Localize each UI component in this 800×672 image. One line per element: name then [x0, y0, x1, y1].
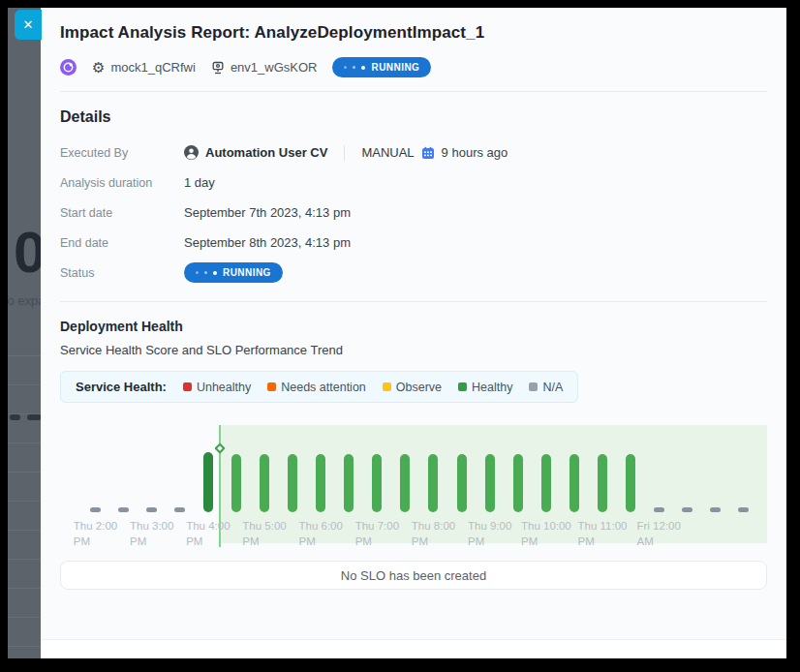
x-tick-label: Thu 2:00 PM [74, 519, 117, 549]
health-bar-healthy [569, 454, 579, 512]
page-title: Impact Analysis Report: AnalyzeDeploymen… [41, 8, 786, 43]
na-swatch-icon [529, 382, 538, 391]
x-tick-label: Thu 7:00 PM [355, 519, 399, 549]
legend-item-needs-attention: Needs attention [267, 381, 366, 394]
calendar-icon [421, 146, 435, 160]
chart-slot [616, 419, 644, 512]
deployment-health-subtitle: Service Health Score and SLO Performance… [60, 343, 767, 357]
chart-slot [363, 419, 391, 512]
legend-item-observe: Observe [383, 381, 442, 394]
x-axis-labels: Thu 2:00 PMThu 3:00 PMThu 4:00 PMThu 5:0… [60, 512, 767, 547]
running-dots-icon [344, 66, 347, 69]
close-icon: ✕ [23, 17, 34, 32]
health-bar-healthy [203, 452, 213, 512]
chart-slot [250, 419, 278, 512]
analysis-duration-value: 1 day [184, 175, 215, 190]
close-button[interactable]: ✕ [15, 10, 42, 40]
legend-item-na: N/A [529, 381, 563, 394]
needs-attention-swatch-icon [267, 382, 276, 391]
status-badge: RUNNING [332, 57, 431, 77]
chart-slot [81, 419, 109, 512]
chart-slot [166, 419, 194, 512]
background-metric-number: 0 [14, 219, 44, 286]
x-tick-label: Thu 9:00 PM [468, 519, 511, 549]
impact-analysis-icon [60, 59, 77, 76]
x-tick-label: Thu 4:00 PM [186, 519, 230, 549]
end-date-row: End date September 8th 2023, 4:13 pm [60, 228, 767, 258]
chart-slot [109, 419, 138, 512]
executed-by-user: Automation User CV [205, 145, 327, 160]
user-icon [184, 145, 199, 160]
chart-slot [194, 419, 222, 512]
deployment-health-chart: Thu 2:00 PMThu 3:00 PMThu 4:00 PMThu 5:0… [60, 419, 767, 547]
executed-by-row: Executed By Automation User CV MANUAL [60, 137, 767, 168]
slo-empty-state: No SLO has been created [60, 561, 767, 590]
chart-slot [504, 419, 532, 512]
impact-analysis-drawer: Impact Analysis Report: AnalyzeDeploymen… [41, 8, 786, 658]
chart-slot [673, 419, 701, 512]
health-bar-healthy [372, 454, 382, 512]
chart-slot [222, 419, 250, 512]
chart-slot [307, 419, 335, 512]
details-heading: Details [60, 108, 767, 126]
details-rows: Executed By Automation User CV MANUAL [60, 137, 767, 288]
health-bar-healthy [288, 454, 297, 512]
chart-slot [532, 419, 560, 512]
vertical-divider [344, 145, 345, 161]
chart-slot [588, 419, 616, 512]
row-label: Start date [60, 206, 184, 220]
chart-slot [560, 419, 588, 512]
chart-slot [391, 419, 419, 512]
health-bar-healthy [626, 454, 635, 512]
running-dots-icon [196, 271, 199, 274]
health-bar-healthy [598, 454, 607, 512]
service-health-legend: Service Health: Unhealthy Needs attentio… [60, 371, 578, 403]
row-label: Executed By [60, 146, 184, 160]
status-badge-label: RUNNING [371, 62, 419, 73]
chart-slot [279, 419, 307, 512]
start-date-value: September 7th 2023, 4:13 pm [184, 205, 351, 220]
x-tick-label: Thu 10:00 PM [521, 519, 571, 549]
source-meta: ⚙ mock1_qCRfwi [92, 60, 196, 75]
row-label: Status [60, 266, 184, 280]
header-divider [60, 91, 767, 92]
analysis-duration-row: Analysis duration 1 day [60, 168, 767, 198]
health-bar-healthy [316, 454, 325, 512]
chart-slot [335, 419, 363, 512]
x-tick-label: Thu 5:00 PM [242, 519, 286, 549]
background-table-rows [8, 327, 43, 647]
status-badge: RUNNING [184, 262, 283, 283]
gear-icon: ⚙ [92, 60, 105, 75]
status-row: Status RUNNING [60, 258, 767, 288]
deployment-health-heading: Deployment Health [60, 319, 767, 334]
chart-slot [447, 419, 476, 512]
environment-meta: env1_wGsKOR [211, 60, 318, 75]
chart-slot [419, 419, 447, 512]
health-bar-healthy [457, 454, 467, 512]
executed-time: 9 hours ago [442, 145, 508, 160]
chart-slot [476, 419, 504, 512]
environment-icon [211, 61, 225, 75]
row-label: End date [60, 236, 184, 250]
health-bar-healthy [260, 454, 269, 512]
health-bar-healthy [400, 454, 410, 512]
source-name: mock1_qCRfwi [110, 60, 195, 75]
environment-name: env1_wGsKOR [231, 60, 318, 75]
chart-slot [138, 419, 166, 512]
chart-slot [701, 419, 729, 512]
health-bar-healthy [541, 454, 551, 512]
x-tick-label: Thu 3:00 PM [130, 519, 173, 549]
chart-slot [645, 419, 673, 512]
slo-empty-message: No SLO has been created [341, 568, 486, 583]
health-bars [60, 419, 767, 512]
legend-title: Service Health: [76, 380, 167, 394]
section-divider [60, 301, 767, 302]
health-bar-healthy [485, 454, 495, 512]
background-partial-text: To expa [8, 293, 46, 308]
chart-slot [729, 419, 757, 512]
legend-item-unhealthy: Unhealthy [183, 381, 251, 394]
observe-swatch-icon [383, 382, 391, 391]
health-bar-healthy [231, 454, 241, 512]
healthy-swatch-icon [458, 382, 467, 391]
health-bar-healthy [513, 454, 523, 512]
